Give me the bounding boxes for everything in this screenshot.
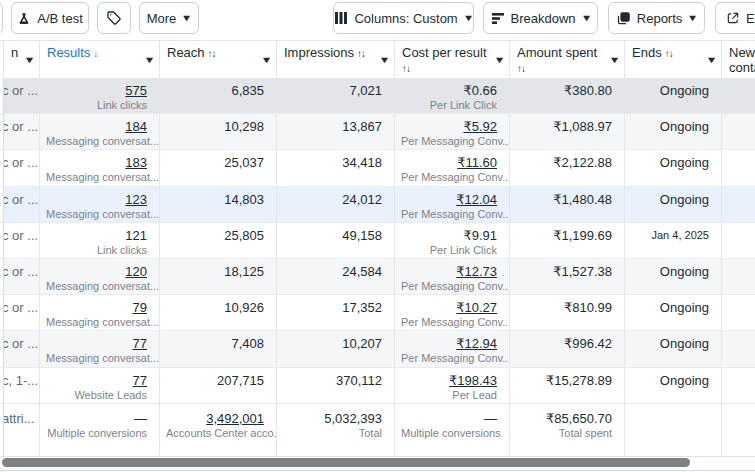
more-button[interactable]: More ▼ [139, 2, 199, 34]
metric-sublabel: Messaging conversat... [46, 171, 147, 184]
cell-results: 575Link clicks [40, 78, 160, 113]
column-header-ends[interactable]: Ends↑↓ ▼ [625, 41, 722, 78]
cell-impressions: 370,112 [277, 368, 395, 403]
table-row[interactable]: c or ...120Messaging conversat...18,1252… [0, 259, 755, 295]
cell-impressions: 24,584 [277, 259, 395, 294]
cell-cost-per-result: ₹12.73Per Messaging Conv... [395, 259, 510, 294]
column-header-impressions[interactable]: Impressions↑↓ ▼ [277, 41, 395, 78]
metric-sublabel: Per Messaging Conv... [401, 280, 497, 293]
campaign-name: c or ... [4, 295, 40, 330]
cell-reach: 6,835 [160, 78, 277, 113]
cell-impressions: 7,021 [277, 78, 395, 113]
summary-row[interactable]: attri...—Multiple conversions3,492,001Ac… [0, 404, 755, 457]
cell-impressions: 34,418 [277, 150, 395, 185]
chevron-down-icon[interactable]: ▼ [24, 55, 36, 64]
metric-link[interactable]: ₹12.04 [456, 192, 497, 207]
table-row[interactable]: c or ...184Messaging conversat...10,2981… [0, 114, 755, 150]
metric-link[interactable]: 77 [133, 336, 147, 351]
cell-amount-spent: ₹15,278.89 [510, 368, 625, 403]
reports-button[interactable]: Reports ▼ [608, 2, 705, 34]
sort-icon[interactable]: ↑↓ [517, 63, 525, 74]
cutoff-button[interactable] [0, 2, 3, 34]
cell-cost-per-result: ₹5.92Per Messaging Conv... [395, 114, 510, 149]
cell-cost-per-result: ₹11.60Per Messaging Conv... [395, 150, 510, 185]
metric-sublabel: Messaging conversat... [46, 135, 147, 148]
cell-results: 77Messaging conversat... [40, 331, 160, 366]
metric-link[interactable]: ₹5.92 [463, 119, 497, 134]
cell-amount-spent: ₹380.80 [510, 78, 625, 113]
column-header-name[interactable]: n ▼ [4, 41, 40, 78]
campaign-name: c, 1-... [4, 368, 40, 403]
table-row[interactable]: c or ...77Messaging conversat...7,40810,… [0, 331, 755, 367]
sort-icon[interactable]: ↑↓ [357, 48, 365, 59]
horizontal-scrollbar[interactable] [2, 458, 690, 467]
column-header-reach[interactable]: Reach↑↓ ▼ [160, 41, 277, 78]
column-header-new-contacts[interactable]: New r conta [722, 41, 755, 78]
table-row[interactable]: c or ...79Messaging conversat...10,92617… [0, 295, 755, 331]
metric-sublabel: Per Messaging Conv... [401, 316, 497, 329]
table-row[interactable]: c or ...183Messaging conversat...25,0373… [0, 150, 755, 186]
cell-amount-spent: ₹1,480.48 [510, 187, 625, 222]
column-header-cost-per-result[interactable]: Cost per result ↑↓ ▼ [395, 41, 510, 78]
metric-link[interactable]: 77 [133, 373, 147, 388]
cell-new-contacts [722, 404, 755, 456]
cell-amount-spent: ₹1,088.97 [510, 114, 625, 149]
cell-new-contacts [722, 187, 755, 222]
table-row[interactable]: c or ...575Link clicks6,8357,021₹0.66Per… [0, 78, 755, 114]
ab-test-button[interactable]: A/B test [11, 2, 89, 34]
cell-ends: Ongoing [625, 114, 722, 149]
metric-link[interactable]: ₹11.60 [457, 155, 497, 170]
column-header-results[interactable]: Results↓ ▼ [40, 41, 160, 78]
sort-icon[interactable]: ↑↓ [208, 48, 216, 59]
footer-divider [0, 470, 755, 471]
cell-cost-per-result: —Multiple conversions [395, 404, 510, 456]
sort-icon[interactable]: ↑↓ [402, 63, 410, 74]
tag-button[interactable] [97, 2, 131, 34]
table-row[interactable]: c or ...121Link clicks25,80549,158₹9.91P… [0, 223, 755, 259]
metric-link[interactable]: 183 [125, 155, 147, 170]
cell-cost-per-result: ₹0.66Per Link Click [395, 78, 510, 113]
metric-sublabel: Per Link Click [401, 99, 497, 112]
breakdown-icon [491, 11, 505, 25]
sort-icon[interactable]: ↑↓ [665, 48, 673, 59]
chevron-down-icon[interactable]: ▼ [494, 55, 506, 64]
cell-new-contacts [722, 295, 755, 330]
table-body: c or ...575Link clicks6,8357,021₹0.66Per… [0, 78, 755, 457]
metric-link[interactable]: ₹12.73 [456, 264, 497, 279]
cell-cost-per-result: ₹12.04Per Messaging Conv... [395, 187, 510, 222]
campaign-name: attri... [4, 404, 40, 456]
sort-desc-icon[interactable]: ↓ [93, 48, 97, 59]
cell-ends: Ongoing [625, 259, 722, 294]
table-row[interactable]: c, 1-...77Website Leads207,715370,112₹19… [0, 368, 755, 404]
metric-sublabel: Messaging conversat... [46, 316, 147, 329]
metric-link[interactable]: 123 [125, 192, 147, 207]
chevron-down-icon[interactable]: ▼ [706, 55, 718, 64]
metric-link[interactable]: ₹198.43 [449, 373, 497, 388]
metric-link[interactable]: 120 [125, 264, 147, 279]
metric-link[interactable]: 3,492,001 [206, 411, 264, 426]
export-button[interactable]: Exp [715, 2, 755, 34]
cell-reach: 25,037 [160, 150, 277, 185]
cell-ends: Ongoing [625, 295, 722, 330]
chevron-down-icon[interactable]: ▼ [609, 55, 621, 64]
metric-link[interactable]: 79 [133, 300, 147, 315]
cell-results: —Multiple conversions [40, 404, 160, 456]
chevron-down-icon[interactable]: ▼ [261, 55, 273, 64]
columns-button[interactable]: Columns: Custom ▼ [333, 2, 474, 34]
table-row[interactable]: c or ...123Messaging conversat...14,8032… [0, 187, 755, 223]
chevron-down-icon[interactable]: ▼ [144, 55, 156, 64]
cell-ends [625, 404, 722, 456]
cell-amount-spent: ₹2,122.88 [510, 150, 625, 185]
cell-amount-spent: ₹1,199.69 [510, 223, 625, 258]
metric-link[interactable]: ₹12.94 [456, 336, 497, 351]
breakdown-button[interactable]: Breakdown ▼ [483, 2, 598, 34]
metric-link[interactable]: ₹10.27 [456, 300, 497, 315]
chevron-down-icon[interactable]: ▼ [379, 55, 391, 64]
column-header-amount-spent[interactable]: Amount spent ↑↓ ▼ [510, 41, 625, 78]
metric-link[interactable]: 575 [125, 83, 147, 98]
metric-link[interactable]: 184 [125, 119, 147, 134]
chevron-down-icon: ▼ [580, 14, 592, 23]
cell-reach: 14,803 [160, 187, 277, 222]
cell-impressions: 49,158 [277, 223, 395, 258]
metric-sublabel: Messaging conversat... [46, 208, 147, 221]
